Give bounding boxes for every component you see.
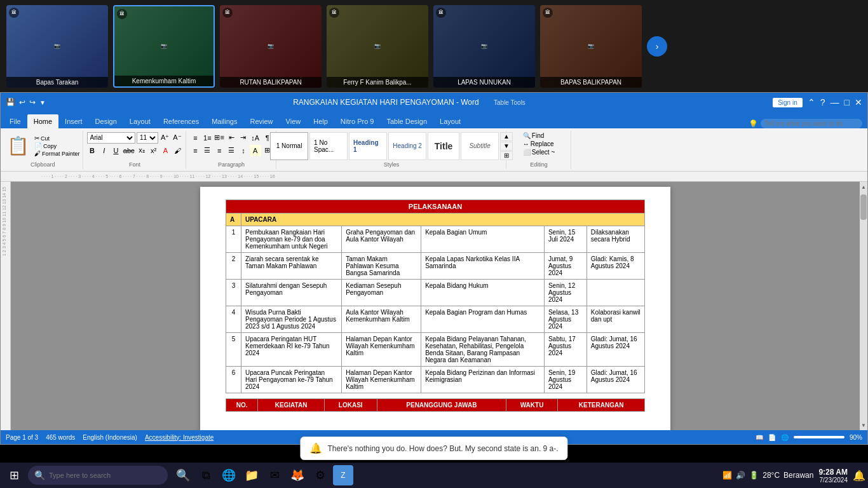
copy-btn[interactable]: 📄Copy <box>34 142 80 149</box>
tab-help[interactable]: Help <box>307 114 334 128</box>
find-btn[interactable]: 🔍Find <box>523 132 555 139</box>
subscript-btn[interactable]: x₂ <box>137 145 147 156</box>
word-undo-icon[interactable]: ↩ <box>19 98 25 107</box>
word-maximize-btn[interactable]: □ <box>844 97 850 107</box>
grow-font-btn[interactable]: A⁺ <box>159 132 170 144</box>
tab-mailings[interactable]: Mailings <box>205 114 243 128</box>
font-size-select[interactable]: 11 <box>137 132 158 144</box>
style-subtitle-btn[interactable]: Subtitle <box>461 132 499 160</box>
format-painter-btn[interactable]: 🖌Format Painter <box>34 150 80 157</box>
taskbar-explorer-btn[interactable]: 📁 <box>241 465 262 485</box>
shrink-font-btn[interactable]: A⁻ <box>172 132 182 144</box>
indent-decrease-btn[interactable]: ⇤ <box>226 132 237 144</box>
taskbar-mail-btn[interactable]: ✉ <box>264 465 285 485</box>
word-redo-icon[interactable]: ↪ <box>29 98 36 107</box>
justify-btn[interactable]: ☰ <box>226 145 237 156</box>
line-spacing-btn[interactable]: ↕ <box>238 145 249 156</box>
bullets-btn[interactable]: ≡ <box>190 132 201 144</box>
font-color-btn[interactable]: A <box>160 145 171 156</box>
table-cell: Gladi: Jumat, 16 Agustus 2024 <box>587 367 644 393</box>
tab-insert[interactable]: Insert <box>58 114 89 128</box>
select-btn[interactable]: ⬜Select ~ <box>523 149 555 156</box>
style-h1-btn[interactable]: Heading 1 <box>349 132 387 160</box>
zoom-slider[interactable] <box>794 436 844 438</box>
indent-increase-btn[interactable]: ⇥ <box>238 132 249 144</box>
underline-btn[interactable]: U <box>111 145 121 156</box>
tab-nitro[interactable]: Nitro Pro 9 <box>334 114 381 128</box>
table-cell: 5 <box>226 333 241 367</box>
start-button[interactable]: ⊞ <box>3 464 25 487</box>
tab-home[interactable]: Home <box>27 114 58 128</box>
accessibility-info[interactable]: Accessibility: Investigate <box>145 434 214 441</box>
sort-btn[interactable]: ↕A <box>250 132 261 144</box>
media-thumb-5[interactable]: 📷 🏛 LAPAS NUNUKAN <box>433 5 535 88</box>
media-next-btn[interactable]: › <box>647 36 667 57</box>
shading-btn[interactable]: A <box>250 145 261 156</box>
network-icon[interactable]: 📶 <box>722 471 732 480</box>
table-row: 1Pembukaan Rangkaian Hari Pengayoman ke-… <box>226 226 645 253</box>
highlight-btn[interactable]: 🖌 <box>172 145 183 156</box>
taskbar-firefox-btn[interactable]: 🦊 <box>287 465 308 485</box>
search-box[interactable]: 🔍 <box>28 466 168 485</box>
view-read-btn[interactable]: 📖 <box>756 434 763 441</box>
table-cell: Kepala Bagian Umum <box>421 226 545 253</box>
tab-table-layout[interactable]: Layout <box>433 114 467 128</box>
replace-btn[interactable]: ↔Replace <box>523 140 555 147</box>
view-layout-btn[interactable]: 📄 <box>768 434 776 441</box>
taskbar-search-btn[interactable]: 🔍 <box>173 465 193 485</box>
media-thumb-1[interactable]: 📷 🏛 Bapas Tarakan <box>6 5 108 88</box>
clock[interactable]: 9:28 AM 7/23/2024 <box>818 468 848 484</box>
clock-date: 7/23/2024 <box>818 477 848 484</box>
media-thumb-2[interactable]: 📷 🏛 Kemenkumham Kaltim <box>113 5 215 88</box>
align-right-btn[interactable]: ≡ <box>214 145 225 156</box>
media-thumb-3[interactable]: 📷 🏛 RUTAN BALIKPAPAN <box>220 5 322 88</box>
volume-icon[interactable]: 🔊 <box>736 471 745 480</box>
numbering-btn[interactable]: 1≡ <box>201 132 213 144</box>
table-row: 4Wisuda Purna Bakti Pengayoman Periode 1… <box>226 306 645 333</box>
media-thumb-6[interactable]: 📷 🏛 BAPAS BALIKPAPAN <box>540 5 642 88</box>
taskbar-zoom-btn[interactable]: Z <box>333 465 353 485</box>
word-customize-icon[interactable]: ▼ <box>39 99 46 106</box>
word-close-btn[interactable]: ✕ <box>855 97 862 107</box>
battery-icon[interactable]: 🔋 <box>749 471 759 480</box>
table-cell: Dilaksanakan secara Hybrid <box>587 226 644 253</box>
taskbar-edge-btn[interactable]: 🌐 <box>219 465 239 485</box>
style-title-btn[interactable]: Title <box>428 132 459 160</box>
vertical-scrollbar[interactable]: ▲ ▼ <box>860 182 867 430</box>
taskbar-settings-btn[interactable]: ⚙ <box>310 465 330 485</box>
media-thumb-4[interactable]: 📷 🏛 Ferry F Kanim Balikpa... <box>327 5 428 88</box>
italic-btn[interactable]: I <box>98 145 109 156</box>
search-input[interactable] <box>49 471 151 479</box>
taskbar-task-view-btn[interactable]: ⧉ <box>196 465 216 485</box>
strikethrough-btn[interactable]: abc <box>123 145 135 156</box>
media-thumb-label-6: BAPAS BALIKPAPAN <box>540 77 642 88</box>
tell-me-input[interactable] <box>761 119 862 128</box>
paste-btn[interactable]: 📋 <box>6 134 31 158</box>
tab-layout[interactable]: Layout <box>123 114 157 128</box>
tab-table-design[interactable]: Table Design <box>380 114 433 128</box>
tab-review[interactable]: Review <box>244 114 280 128</box>
align-center-btn[interactable]: ☰ <box>201 145 213 156</box>
bold-btn[interactable]: B <box>87 145 98 156</box>
notification-icon[interactable]: 🔔 <box>853 470 865 482</box>
tab-view[interactable]: View <box>280 114 308 128</box>
word-help-icon[interactable]: ? <box>820 97 825 107</box>
tab-design[interactable]: Design <box>89 114 123 128</box>
view-web-btn[interactable]: 🌐 <box>781 434 789 441</box>
table-cell: Graha Pengayoman dan Aula Kantor Wilayah <box>342 226 421 253</box>
tab-file[interactable]: File <box>3 114 27 128</box>
style-h2-btn[interactable]: Heading 2 <box>388 132 426 160</box>
tab-references[interactable]: References <box>157 114 205 128</box>
word-ribbon-toggle[interactable]: ⌃ <box>808 97 815 107</box>
cut-btn[interactable]: ✂Cut <box>34 135 80 142</box>
word-save-icon[interactable]: 💾 <box>6 98 15 107</box>
word-signin-btn[interactable]: Sign in <box>773 98 803 107</box>
font-name-select[interactable]: Arial <box>87 132 136 144</box>
word-minimize-btn[interactable]: — <box>831 97 839 107</box>
align-left-btn[interactable]: ≡ <box>190 145 201 156</box>
style-normal-btn[interactable]: 1 Normal <box>270 132 308 160</box>
document-scroll-area[interactable]: PELAKSANAAN A UPACARA 1Pembukaan Rangkai… <box>11 182 860 430</box>
superscript-btn[interactable]: x² <box>148 145 159 156</box>
style-no-space-btn[interactable]: 1 No Spac... <box>309 132 348 160</box>
multilevel-btn[interactable]: ⊞≡ <box>214 132 225 144</box>
